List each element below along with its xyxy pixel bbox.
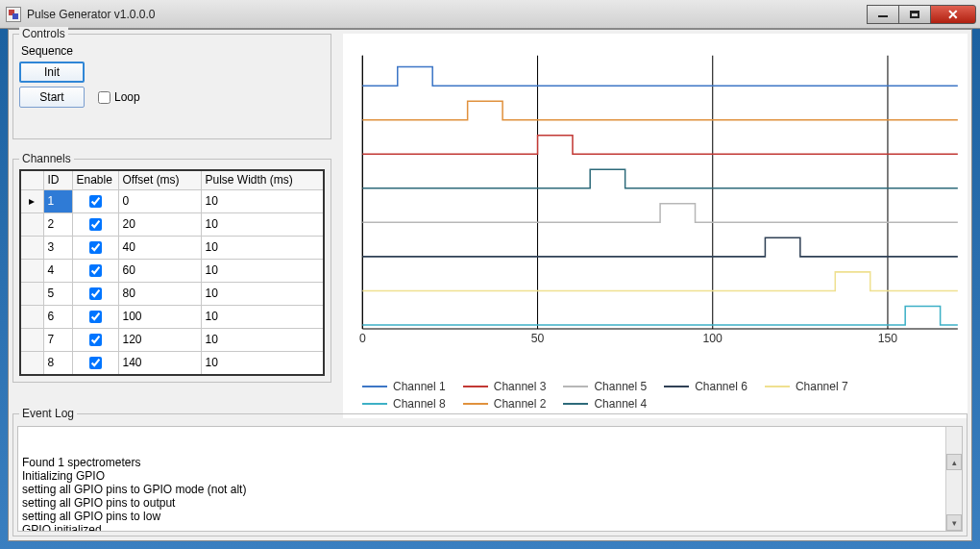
cell-enable[interactable] bbox=[72, 236, 118, 259]
event-log-scrollbar[interactable]: ▴ ▾ bbox=[945, 427, 962, 531]
cell-pulsewidth[interactable]: 10 bbox=[201, 328, 324, 351]
enable-checkbox[interactable] bbox=[89, 287, 102, 300]
cell-enable[interactable] bbox=[72, 259, 118, 282]
table-row[interactable]: 34010 bbox=[20, 236, 324, 259]
cell-enable[interactable] bbox=[72, 328, 118, 351]
legend-label: Channel 5 bbox=[594, 380, 647, 393]
legend-label: Channel 3 bbox=[494, 380, 547, 393]
legend-swatch bbox=[563, 386, 588, 387]
cell-id[interactable]: 4 bbox=[43, 259, 72, 282]
channels-group-label: Channels bbox=[19, 152, 74, 165]
cell-id[interactable]: 6 bbox=[43, 305, 72, 328]
table-row[interactable]: 610010 bbox=[20, 305, 324, 328]
event-log-text[interactable]: Found 1 spectrometers Initializing GPIO … bbox=[17, 426, 963, 532]
app-icon bbox=[6, 7, 21, 22]
table-row[interactable]: ▸1010 bbox=[20, 189, 324, 212]
svg-text:50: 50 bbox=[531, 332, 545, 345]
cell-pulsewidth[interactable]: 10 bbox=[201, 212, 324, 236]
cell-id[interactable]: 5 bbox=[43, 282, 72, 305]
legend-swatch bbox=[664, 386, 689, 387]
maximize-button[interactable] bbox=[898, 5, 931, 24]
window-title: Pulse Generator v1.0.0.0 bbox=[27, 8, 868, 21]
cell-offset[interactable]: 80 bbox=[118, 282, 201, 305]
event-log-group: Event Log Found 1 spectrometers Initiali… bbox=[12, 413, 968, 537]
row-selector[interactable] bbox=[20, 212, 43, 236]
legend-item: Channel 6 bbox=[664, 380, 747, 393]
channels-grid[interactable]: ID Enable Offset (ms) Pulse Width (ms) ▸… bbox=[19, 169, 325, 376]
scroll-up-icon[interactable]: ▴ bbox=[946, 454, 962, 470]
chart-canvas: 050100150 bbox=[343, 34, 968, 370]
table-row[interactable]: 46010 bbox=[20, 259, 324, 282]
left-column: Controls Sequence Init Start Loop Channe… bbox=[9, 30, 335, 387]
enable-checkbox[interactable] bbox=[89, 311, 102, 323]
cell-enable[interactable] bbox=[72, 351, 118, 375]
row-selector[interactable] bbox=[20, 328, 43, 351]
row-selector[interactable]: ▸ bbox=[20, 189, 43, 212]
enable-checkbox[interactable] bbox=[89, 195, 102, 208]
loop-checkbox[interactable] bbox=[98, 91, 110, 104]
legend-item: Channel 5 bbox=[563, 380, 647, 393]
cell-pulsewidth[interactable]: 10 bbox=[201, 259, 324, 282]
enable-checkbox[interactable] bbox=[89, 334, 102, 346]
row-selector[interactable] bbox=[20, 282, 43, 305]
cell-offset[interactable]: 120 bbox=[118, 328, 201, 351]
cell-offset[interactable]: 20 bbox=[118, 212, 201, 236]
legend-item: Channel 8 bbox=[362, 397, 446, 411]
col-rowselector[interactable] bbox=[20, 170, 43, 189]
cell-id[interactable]: 1 bbox=[43, 189, 72, 212]
cell-pulsewidth[interactable]: 10 bbox=[201, 236, 324, 259]
cell-id[interactable]: 3 bbox=[43, 236, 72, 259]
channels-group: Channels ID Enable Offset (ms) Pulse Wid… bbox=[12, 159, 331, 383]
enable-checkbox[interactable] bbox=[89, 241, 102, 254]
row-selector[interactable] bbox=[20, 236, 43, 259]
start-button-label: Start bbox=[39, 90, 63, 104]
cell-id[interactable]: 7 bbox=[43, 328, 72, 351]
enable-checkbox[interactable] bbox=[89, 218, 102, 231]
loop-checkbox-wrap[interactable]: Loop bbox=[94, 88, 140, 107]
controls-group: Controls Sequence Init Start Loop bbox=[12, 34, 331, 139]
legend-item: Channel 4 bbox=[563, 397, 647, 411]
minimize-button[interactable] bbox=[867, 5, 899, 24]
col-offset[interactable]: Offset (ms) bbox=[118, 170, 201, 189]
enable-checkbox[interactable] bbox=[89, 264, 102, 277]
scroll-down-icon[interactable]: ▾ bbox=[946, 514, 962, 531]
row-selector[interactable] bbox=[20, 305, 43, 328]
controls-group-label: Controls bbox=[19, 27, 68, 40]
cell-offset[interactable]: 140 bbox=[118, 351, 201, 375]
cell-offset[interactable]: 60 bbox=[118, 259, 201, 282]
cell-offset[interactable]: 100 bbox=[118, 305, 201, 328]
chart-legend: Channel 1Channel 3Channel 5Channel 6Chan… bbox=[362, 378, 960, 412]
cell-offset[interactable]: 0 bbox=[118, 189, 201, 212]
init-button[interactable]: Init bbox=[19, 62, 85, 83]
cell-pulsewidth[interactable]: 10 bbox=[201, 189, 324, 212]
table-row[interactable]: 712010 bbox=[20, 328, 324, 351]
table-row[interactable]: 58010 bbox=[20, 282, 324, 305]
cell-enable[interactable] bbox=[72, 212, 118, 236]
window-buttons: ✕ bbox=[868, 5, 976, 24]
col-enable[interactable]: Enable bbox=[72, 170, 118, 189]
cell-pulsewidth[interactable]: 10 bbox=[201, 351, 324, 375]
legend-swatch bbox=[463, 386, 488, 387]
row-selector[interactable] bbox=[20, 259, 43, 282]
cell-id[interactable]: 8 bbox=[43, 351, 72, 375]
cell-enable[interactable] bbox=[72, 282, 118, 305]
enable-checkbox[interactable] bbox=[89, 357, 102, 369]
legend-label: Channel 1 bbox=[393, 380, 446, 393]
init-button-label: Init bbox=[44, 65, 60, 79]
col-id[interactable]: ID bbox=[43, 170, 72, 189]
svg-text:150: 150 bbox=[878, 332, 898, 345]
cell-offset[interactable]: 40 bbox=[118, 236, 201, 259]
row-selector[interactable] bbox=[20, 351, 43, 375]
col-pulsewidth[interactable]: Pulse Width (ms) bbox=[201, 170, 324, 189]
cell-pulsewidth[interactable]: 10 bbox=[201, 305, 324, 328]
close-button[interactable]: ✕ bbox=[930, 5, 976, 24]
cell-enable[interactable] bbox=[72, 305, 118, 328]
table-row[interactable]: 814010 bbox=[20, 351, 324, 375]
cell-enable[interactable] bbox=[72, 189, 118, 212]
table-row[interactable]: 22010 bbox=[20, 212, 324, 236]
cell-pulsewidth[interactable]: 10 bbox=[201, 282, 324, 305]
cell-id[interactable]: 2 bbox=[43, 212, 72, 236]
legend-label: Channel 8 bbox=[393, 397, 446, 411]
start-button[interactable]: Start bbox=[19, 87, 85, 108]
legend-item: Channel 3 bbox=[463, 380, 547, 393]
